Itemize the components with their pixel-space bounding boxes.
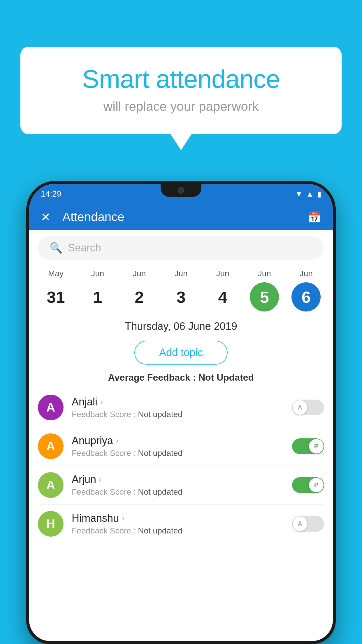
student-name: Himanshu › [72,512,284,524]
calendar-day[interactable]: May31 [38,269,73,312]
search-input[interactable]: Search [68,242,101,254]
calendar-day[interactable]: Jun1 [80,269,115,312]
close-button[interactable]: ✕ [41,210,51,224]
calendar-strip: May31Jun1Jun2Jun3Jun4Jun5Jun6 [29,266,333,317]
camera [178,187,184,194]
phone-frame: 14:29 ▼ ▲ ▮ ✕ Attendance 📅 🔍 Search May3… [26,181,336,644]
status-time: 14:29 [41,189,61,199]
avatar: A [38,433,64,459]
student-name: Anjali › [72,396,284,408]
signal-icon: ▲ [306,190,314,199]
avg-feedback: Average Feedback : Not Updated [29,370,333,388]
list-item[interactable]: AAnupriya ›Feedback Score : Not updatedP [38,427,324,466]
chevron-icon: › [116,436,119,445]
attendance-toggle[interactable]: P [292,438,324,454]
list-item[interactable]: AAnjali ›Feedback Score : Not updatedA [38,388,324,427]
avatar: A [38,395,64,420]
student-list: AAnjali ›Feedback Score : Not updatedAAA… [29,388,333,543]
chevron-icon: › [99,475,102,484]
speech-bubble: Smart attendance will replace your paper… [20,47,342,134]
app-header: ✕ Attendance 📅 [29,204,333,230]
feedback-score: Feedback Score : Not updated [72,526,284,536]
add-topic-button[interactable]: Add topic [134,341,228,365]
feedback-score: Feedback Score : Not updated [72,410,284,419]
wifi-icon: ▼ [295,190,303,199]
list-item[interactable]: HHimanshu ›Feedback Score : Not updatedA [38,505,324,543]
feedback-score: Feedback Score : Not updated [72,487,284,497]
search-icon: 🔍 [50,242,63,254]
search-bar[interactable]: 🔍 Search [38,236,324,260]
avg-feedback-value: Not Updated [198,372,254,383]
calendar-day[interactable]: Jun4 [205,269,240,312]
student-name: Arjun › [72,473,284,486]
chevron-icon: › [100,397,103,407]
student-info: Anupriya ›Feedback Score : Not updated [72,435,284,458]
calendar-day[interactable]: Jun6 [289,269,324,312]
attendance-toggle[interactable]: A [292,400,324,415]
avatar: A [38,472,64,498]
calendar-icon[interactable]: 📅 [307,211,321,223]
feedback-score: Feedback Score : Not updated [72,449,284,458]
list-item[interactable]: AArjun ›Feedback Score : Not updatedP [38,466,324,505]
bubble-subtitle: will replace your paperwork [44,99,318,114]
status-bar: 14:29 ▼ ▲ ▮ [29,184,333,204]
calendar-day[interactable]: Jun3 [164,269,198,312]
selected-date: Thursday, 06 June 2019 [29,317,333,335]
bubble-title: Smart attendance [44,64,318,94]
avatar: H [38,511,64,537]
battery-icon: ▮ [317,190,321,199]
student-name: Anupriya › [72,435,284,447]
phone-inner: 14:29 ▼ ▲ ▮ ✕ Attendance 📅 🔍 Search May3… [29,184,333,641]
attendance-toggle[interactable]: A [292,516,324,532]
page-title: Attendance [62,210,307,224]
attendance-toggle[interactable]: P [292,477,324,493]
status-icons: ▼ ▲ ▮ [295,190,321,199]
chevron-icon: › [122,514,124,523]
notch [161,184,201,197]
student-info: Himanshu ›Feedback Score : Not updated [72,512,284,536]
student-info: Arjun ›Feedback Score : Not updated [72,473,284,497]
student-info: Anjali ›Feedback Score : Not updated [72,396,284,419]
calendar-day[interactable]: Jun2 [122,269,157,312]
calendar-day[interactable]: Jun5 [247,269,282,312]
